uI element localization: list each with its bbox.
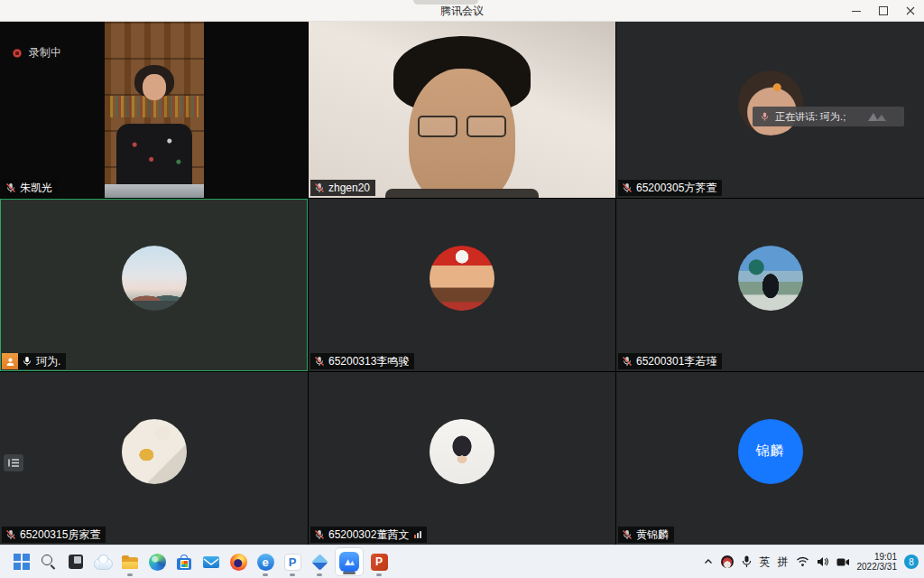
tray-time: 19:01: [857, 552, 898, 562]
avatar-initials: 锦麟: [756, 443, 785, 460]
search-icon: [41, 554, 57, 570]
participant-name: 65200305方荠萱: [636, 181, 716, 196]
qq-tray-icon[interactable]: [721, 555, 734, 568]
p-app-button[interactable]: P: [279, 545, 306, 578]
ime-english-indicator[interactable]: 英: [760, 555, 771, 570]
tray-chevron-up-icon[interactable]: [703, 556, 714, 567]
volume-icon[interactable]: [817, 556, 829, 567]
recording-indicator: 录制中: [13, 45, 61, 61]
notification-badge[interactable]: 8: [904, 555, 919, 569]
mic-muted-icon: [622, 182, 633, 193]
mic-muted-icon: [5, 529, 16, 540]
tencent-meeting-button[interactable]: [333, 545, 365, 578]
tray-microphone-icon[interactable]: [741, 555, 753, 568]
participant-tile-4[interactable]: 珂为.: [0, 199, 308, 371]
participant-tile-9[interactable]: 锦麟 黄锦麟: [616, 372, 924, 545]
host-badge-icon: [2, 353, 18, 369]
search-button[interactable]: [35, 545, 62, 578]
meeting-toolbar-tab[interactable]: [413, 0, 478, 5]
e-browser-button[interactable]: e: [252, 545, 279, 578]
firefox-icon: [230, 554, 247, 571]
meeting-logo-watermark-icon: [866, 110, 897, 123]
speaking-text: 正在讲话: 珂为.;: [775, 110, 845, 124]
mail-icon: [203, 556, 219, 568]
avatar: [430, 246, 494, 311]
active-app-indicator: [343, 572, 356, 574]
microsoft-store-button[interactable]: [171, 545, 198, 578]
tray-clock[interactable]: 19:01 2022/3/31: [857, 552, 898, 572]
participant-name: 朱凯光: [20, 181, 52, 196]
tencent-meeting-icon: [339, 552, 359, 572]
name-tag: 65200302董茜文: [310, 527, 427, 543]
minimize-icon: [852, 11, 861, 12]
ime-pinyin-indicator[interactable]: 拼: [778, 555, 789, 570]
participant-name: 珂为.: [36, 354, 60, 369]
windows-taskbar: e P P 英 拼 19:01: [0, 545, 924, 578]
maximize-button[interactable]: [870, 0, 897, 22]
name-tag: 黄锦麟: [618, 527, 674, 543]
speaking-mic-icon: [760, 111, 770, 122]
participant-tile-5[interactable]: 65200313李鸣骏: [309, 199, 615, 371]
name-tag: 朱凯光: [2, 180, 58, 196]
name-tag: 65200313李鸣骏: [310, 353, 414, 369]
participant-list-toggle-button[interactable]: [4, 454, 23, 471]
recording-label: 录制中: [29, 45, 61, 61]
edge-button[interactable]: [143, 545, 171, 578]
diamond-app-button[interactable]: [306, 545, 333, 578]
tray-date: 2022/3/31: [857, 562, 898, 572]
photos-app-button[interactable]: [62, 545, 89, 578]
store-icon: [177, 558, 191, 570]
participant-name: 65200315房家萱: [20, 527, 100, 543]
participant-tile-8[interactable]: 65200302董茜文: [309, 372, 615, 545]
list-icon: [8, 458, 20, 468]
folder-icon: [122, 557, 138, 569]
avatar: 锦麟: [738, 419, 803, 484]
participant-name: 黄锦麟: [636, 527, 669, 543]
network-signal-icon: [414, 531, 421, 538]
close-button[interactable]: [897, 0, 924, 22]
participant-tile-7[interactable]: 65200315房家萱: [0, 372, 308, 545]
name-tag: 65200315房家萱: [2, 527, 106, 543]
camera-tray-icon[interactable]: [836, 557, 850, 567]
file-explorer-button[interactable]: [116, 545, 143, 578]
weather-cloud-icon: [94, 558, 113, 570]
name-tag: 珂为.: [2, 353, 66, 369]
windows-start-icon: [14, 554, 30, 570]
wifi-icon[interactable]: [796, 556, 809, 567]
firefox-button[interactable]: [225, 545, 252, 578]
mic-muted-icon: [314, 356, 325, 367]
participant-tile-6[interactable]: 65200301李若瑾: [616, 199, 924, 371]
participant-name: 65200302董茜文: [328, 527, 409, 543]
widgets-button[interactable]: [89, 545, 116, 578]
avatar: [122, 246, 187, 311]
edge-icon: [149, 554, 166, 571]
mic-muted-icon: [622, 356, 633, 367]
recording-dot-icon: [13, 49, 22, 58]
avatar: [122, 419, 187, 484]
participant-name: 65200301李若瑾: [636, 354, 716, 369]
system-tray: 英 拼 19:01 2022/3/31 8: [703, 545, 924, 578]
diamond-app-icon: [311, 554, 328, 570]
window-titlebar: 腾讯会议: [0, 0, 924, 22]
video-feed: [309, 22, 615, 198]
meeting-area: 朱凯光 zhgen20: [0, 22, 924, 545]
participant-name: zhgen20: [328, 182, 370, 194]
mail-button[interactable]: [198, 545, 225, 578]
participant-name: 65200313李鸣骏: [328, 354, 409, 369]
close-icon: [906, 6, 915, 15]
video-feed: [105, 22, 204, 198]
minimize-button[interactable]: [843, 0, 870, 22]
mic-muted-icon: [314, 529, 325, 540]
mic-on-icon: [22, 356, 32, 367]
powerpoint-icon: P: [371, 554, 388, 571]
start-button[interactable]: [8, 545, 35, 578]
mic-muted-icon: [314, 182, 325, 193]
participant-tile-2[interactable]: zhgen20: [309, 22, 615, 198]
mic-muted-icon: [622, 529, 633, 540]
powerpoint-button[interactable]: P: [365, 545, 393, 578]
avatar: [738, 246, 803, 311]
name-tag: 65200301李若瑾: [618, 353, 722, 369]
maximize-icon: [879, 6, 888, 15]
mic-muted-icon: [5, 182, 16, 193]
name-tag: 65200305方荠萱: [618, 180, 722, 196]
